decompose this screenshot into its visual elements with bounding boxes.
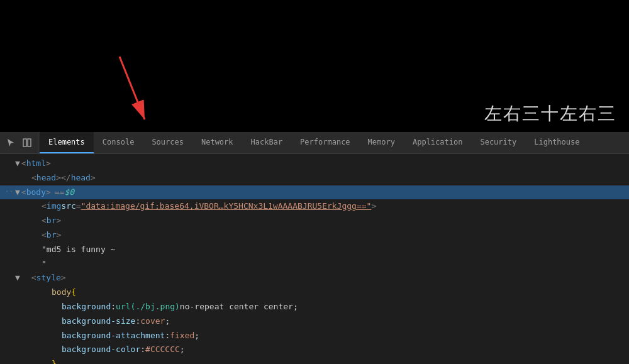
tab-network[interactable]: Network (192, 132, 242, 153)
tab-memory[interactable]: Memory (359, 132, 404, 153)
layout-icon[interactable] (20, 136, 34, 150)
top-preview-area: 左右三十左右三 (0, 0, 629, 132)
css-body-selector[interactable]: body{ (0, 285, 629, 300)
tab-elements[interactable]: Elements (40, 132, 94, 153)
svg-line-1 (120, 57, 145, 119)
head-line[interactable]: <head></head> (0, 171, 629, 185)
css-close-brace[interactable]: } (0, 357, 629, 364)
style-open-line[interactable]: ▼ <style> (0, 271, 629, 285)
tab-performance[interactable]: Performance (291, 132, 359, 153)
devtools-panel: Elements Console Sources Network HackBar… (0, 132, 629, 364)
css-background-color-line[interactable]: background-color:#CCCCCC; (0, 343, 629, 357)
css-background-line[interactable]: background:url(./bj.png) no-repeat cente… (0, 300, 629, 314)
tabs-bar: Elements Console Sources Network HackBar… (0, 132, 629, 154)
dom-tree: ▼ <html> <head></head> ·· ▼ <body> == $0 (0, 157, 629, 364)
svg-rect-3 (28, 139, 31, 146)
css-background-attachment-line[interactable]: background-attachment:fixed; (0, 329, 629, 343)
tabs-list: Elements Console Sources Network HackBar… (38, 132, 588, 153)
br-line-1[interactable]: <br> (0, 214, 629, 228)
tab-application[interactable]: Application (404, 132, 471, 153)
red-arrow-indicator (101, 50, 176, 132)
html-line[interactable]: ▼ <html> (0, 157, 629, 171)
svg-rect-2 (23, 139, 26, 146)
cursor-icon[interactable] (4, 136, 18, 150)
tab-console[interactable]: Console (94, 132, 143, 153)
body-line[interactable]: ·· ▼ <body> == $0 (0, 185, 629, 200)
text-line-2[interactable]: " (0, 257, 629, 272)
chinese-text-overlay: 左右三十左右三 (484, 102, 616, 126)
img-line[interactable]: <img src="data:image/gif;base64,iVBOR…kY… (0, 199, 629, 214)
tab-sources[interactable]: Sources (143, 132, 192, 153)
text-line-1[interactable]: "md5 is funny ~ (0, 243, 629, 257)
tab-hackbar[interactable]: HackBar (242, 132, 292, 153)
elements-content[interactable]: ▼ <html> <head></head> ·· ▼ <body> == $0 (0, 154, 629, 364)
css-background-size-line[interactable]: background-size:cover; (0, 314, 629, 329)
tab-icons-group (0, 132, 38, 153)
br-line-2[interactable]: <br> (0, 228, 629, 243)
tab-security[interactable]: Security (471, 132, 525, 153)
tab-lighthouse[interactable]: Lighthouse (525, 132, 588, 153)
